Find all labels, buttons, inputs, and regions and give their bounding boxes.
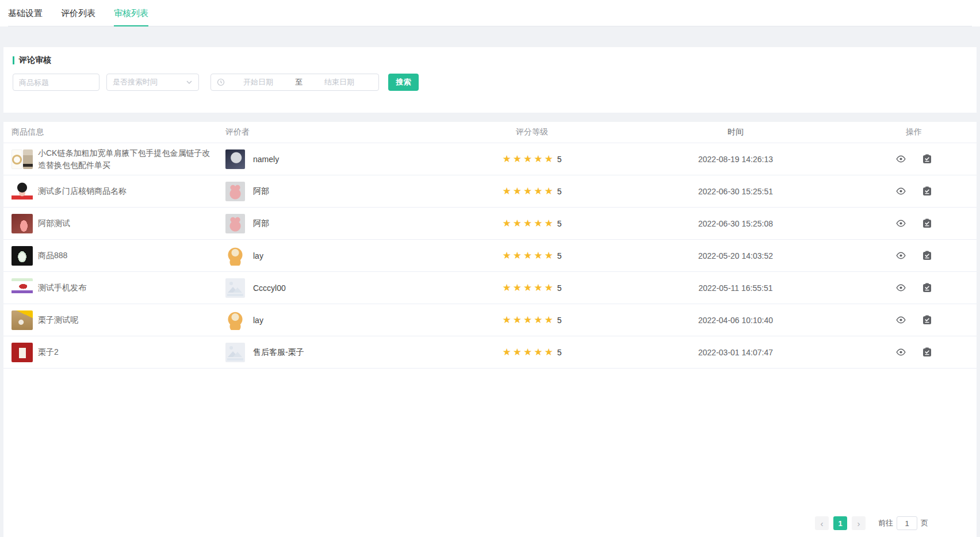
review-time: 2022-06-30 15:25:51 [606, 187, 865, 196]
model-thumbnail-image [23, 149, 33, 169]
product-title-input[interactable] [13, 74, 99, 91]
tab-audit-list[interactable]: 审核列表 [114, 1, 148, 26]
review-time: 2022-08-19 14:26:13 [606, 155, 865, 164]
review-time: 2022-03-01 14:07:47 [606, 348, 865, 357]
star-icon: ★ [523, 251, 532, 260]
table-empty-space [3, 369, 977, 516]
product-title: 商品888 [38, 250, 67, 261]
star-icon: ★ [534, 186, 542, 196]
reviewer-name: 售后客服-栗子 [253, 347, 304, 358]
patrick-thumbnail-image [12, 214, 33, 233]
reviewer-name: Ccccyl00 [253, 283, 286, 293]
pagination: ‹ 1 › 前往 页 [3, 516, 977, 537]
star-rating: ★★★★★ [502, 347, 553, 357]
star-icon: ★ [523, 347, 532, 357]
product-title: 阿部测试 [38, 217, 70, 229]
tab-bar: 基础设置 评价列表 审核列表 [0, 0, 980, 26]
review-time: 2022-05-11 16:55:51 [606, 283, 865, 293]
goto-label: 前往 [878, 518, 893, 528]
page-button-1[interactable]: 1 [833, 516, 847, 530]
header-product-info: 商品信息 [12, 127, 225, 137]
clock-icon [217, 78, 225, 86]
tab-basic-settings[interactable]: 基础设置 [8, 1, 43, 26]
star-icon: ★ [502, 315, 511, 325]
star-icon: ★ [523, 186, 532, 196]
section-title-text: 评论审核 [19, 55, 51, 66]
view-detail-icon[interactable] [896, 154, 906, 164]
view-detail-icon[interactable] [896, 218, 906, 228]
audit-table: 商品信息 评价者 评分等级 时间 操作 小CK链条加粗加宽单肩腋下包手提包金属链… [3, 122, 977, 537]
header-reviewer: 评价者 [225, 127, 458, 137]
star-rating: ★★★★★ [502, 251, 553, 260]
star-icon: ★ [544, 315, 553, 325]
reviewer-avatar [225, 278, 245, 298]
star-rating: ★★★★★ [502, 283, 553, 293]
view-detail-icon[interactable] [896, 315, 906, 325]
view-detail-icon[interactable] [896, 186, 906, 196]
star-icon: ★ [523, 218, 532, 228]
product-title: 小CK链条加粗加宽单肩腋下包手提包金属链子改造替换包包配件单买 [38, 147, 212, 171]
chevron-down-icon [186, 79, 193, 86]
reviewer-name: namely [253, 155, 279, 164]
star-icon: ★ [534, 315, 542, 325]
audit-check-icon[interactable] [922, 186, 932, 196]
bottle-thumbnail-image [12, 343, 33, 362]
star-icon: ★ [534, 251, 542, 260]
star-icon: ★ [502, 218, 511, 228]
search-button[interactable]: 搜索 [388, 74, 419, 91]
product-title: 栗子测试呢 [38, 314, 78, 325]
star-rating: ★★★★★ [502, 154, 553, 164]
star-icon: ★ [534, 283, 542, 293]
product-title: 测试手机发布 [38, 282, 86, 293]
star-icon: ★ [523, 283, 532, 293]
audit-check-icon[interactable] [922, 283, 932, 293]
star-icon: ★ [513, 251, 522, 260]
date-range-picker[interactable]: 开始日期 至 结束日期 [210, 74, 379, 91]
audit-check-icon[interactable] [922, 218, 932, 228]
table-header: 商品信息 评价者 评分等级 时间 操作 [3, 122, 977, 143]
product-thumbnails [12, 214, 33, 233]
tab-review-list[interactable]: 评价列表 [61, 1, 95, 26]
next-page-icon[interactable]: › [852, 516, 866, 530]
table-row: 小CK链条加粗加宽单肩腋下包手提包金属链子改造替换包包配件单买 namely ★… [3, 143, 977, 175]
audit-check-icon[interactable] [922, 315, 932, 325]
date-separator: 至 [292, 77, 306, 87]
view-detail-icon[interactable] [896, 251, 906, 260]
reviewer-avatar [225, 214, 245, 233]
audit-check-icon[interactable] [922, 347, 932, 357]
star-icon: ★ [544, 283, 553, 293]
jade-thumbnail-image [12, 246, 33, 266]
product-thumbnails [12, 182, 33, 201]
sand-thumbnail-image [12, 310, 33, 330]
end-date-placeholder[interactable]: 结束日期 [306, 77, 373, 87]
time-search-select[interactable]: 是否搜索时间 [106, 74, 199, 91]
prev-page-icon[interactable]: ‹ [815, 516, 829, 530]
product-thumbnails [12, 343, 33, 362]
product-thumbnails [12, 149, 33, 169]
star-icon: ★ [513, 154, 522, 164]
start-date-placeholder[interactable]: 开始日期 [225, 77, 292, 87]
star-icon: ★ [513, 186, 522, 196]
star-icon: ★ [502, 347, 511, 357]
table-row: 测试手机发布 Ccccyl00 ★★★★★ 5 2022-05-11 16:55… [3, 272, 977, 304]
accent-bar [13, 56, 14, 64]
header-actions: 操作 [865, 127, 963, 137]
view-detail-icon[interactable] [896, 347, 906, 357]
star-icon: ★ [513, 283, 522, 293]
audit-check-icon[interactable] [922, 154, 932, 164]
star-icon: ★ [513, 315, 522, 325]
view-detail-icon[interactable] [896, 283, 906, 293]
star-icon: ★ [502, 251, 511, 260]
star-icon: ★ [544, 347, 553, 357]
audit-check-icon[interactable] [922, 251, 932, 260]
search-panel: 评论审核 是否搜索时间 开始日期 至 结束日期 搜索 [3, 47, 977, 113]
review-time: 2022-05-20 14:03:52 [606, 251, 865, 260]
girl-thumbnail-image [12, 182, 33, 201]
reviewer-avatar [225, 182, 245, 201]
table-row: 栗子测试呢 lay ★★★★★ 5 2022-04-06 10:10:40 [3, 304, 977, 336]
page-suffix-label: 页 [921, 518, 928, 528]
table-row: 商品888 lay ★★★★★ 5 2022-05-20 14:03:52 [3, 240, 977, 272]
product-title: 栗子2 [38, 346, 59, 358]
rating-value: 5 [557, 187, 562, 196]
goto-page-input[interactable] [897, 516, 917, 530]
